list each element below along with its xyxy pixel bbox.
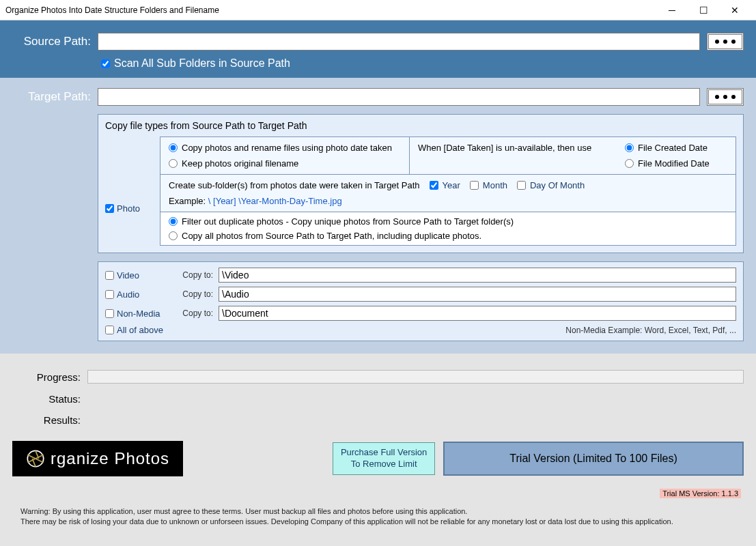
disclaimer-text: Warning: By using this application, user… bbox=[0, 505, 756, 532]
filter-dup-radio[interactable] bbox=[169, 217, 178, 226]
file-created-radio[interactable] bbox=[625, 143, 634, 152]
target-browse-button[interactable] bbox=[707, 88, 744, 106]
status-label: Status: bbox=[12, 393, 81, 405]
maximize-button[interactable]: ☐ bbox=[688, 0, 719, 20]
keep-radio[interactable] bbox=[169, 159, 178, 168]
progress-bar bbox=[87, 370, 744, 384]
keep-label: Keep photos original filename bbox=[182, 158, 298, 169]
scan-subfolders-checkbox[interactable] bbox=[101, 59, 110, 68]
audio-label: Audio bbox=[117, 289, 139, 300]
day-label: Day Of Month bbox=[530, 180, 585, 190]
day-checkbox[interactable] bbox=[517, 181, 526, 190]
window-title: Organize Photos Into Date Structure Fold… bbox=[5, 5, 219, 15]
window-controls: ─ ☐ ✕ bbox=[656, 0, 751, 20]
video-path-input[interactable] bbox=[219, 268, 736, 283]
scan-subfolders-label: Scan All Sub Folders in Source Path bbox=[114, 57, 290, 70]
allabove-checkbox[interactable] bbox=[105, 326, 114, 334]
allabove-label: All of above bbox=[117, 325, 163, 335]
results-label: Results: bbox=[12, 414, 81, 426]
nonmedia-checkbox[interactable] bbox=[105, 309, 114, 318]
close-button[interactable]: ✕ bbox=[719, 0, 751, 20]
aperture-icon bbox=[26, 449, 45, 468]
nonmedia-label: Non-Media bbox=[117, 308, 160, 319]
copy-types-title: Copy file types from Source Path to Targ… bbox=[105, 120, 736, 131]
status-area: Progress: Status: Results: rganize Photo… bbox=[0, 354, 756, 505]
source-browse-button[interactable] bbox=[707, 33, 744, 51]
month-label: Month bbox=[483, 180, 507, 190]
month-checkbox[interactable] bbox=[470, 181, 479, 190]
nonmedia-path-input[interactable] bbox=[219, 306, 736, 321]
video-label: Video bbox=[117, 270, 139, 281]
source-path-label: Source Path: bbox=[12, 35, 91, 48]
year-label: Year bbox=[443, 180, 460, 190]
copy-all-radio[interactable] bbox=[169, 231, 178, 240]
audio-copyto-label: Copy to: bbox=[176, 289, 213, 299]
copy-all-label: Copy all photos from Source Path to Targ… bbox=[182, 231, 481, 241]
trial-button[interactable]: Trial Version (Limited To 100 Files) bbox=[443, 442, 744, 476]
media-types-fieldset: Video Copy to: Audio Copy to: Non-Media … bbox=[98, 261, 744, 341]
minimize-button[interactable]: ─ bbox=[656, 0, 688, 20]
disclaimer-line2: There may be risk of losing your data du… bbox=[20, 517, 736, 527]
example-label: Example: bbox=[169, 196, 206, 206]
nonmedia-example-note: Non-Media Example: Word, Excel, Text, Pd… bbox=[565, 326, 736, 335]
progress-label: Progress: bbox=[12, 371, 81, 383]
source-path-input[interactable] bbox=[98, 33, 700, 51]
nonmedia-copyto-label: Copy to: bbox=[176, 308, 213, 318]
source-panel: Source Path: Scan All Sub Folders in Sou… bbox=[0, 20, 756, 78]
logo-text: rganize Photos bbox=[51, 449, 169, 468]
target-path-label: Target Path: bbox=[12, 90, 91, 104]
copy-types-fieldset: Copy file types from Source Path to Targ… bbox=[98, 114, 744, 253]
titlebar: Organize Photos Into Date Structure Fold… bbox=[0, 0, 756, 20]
audio-path-input[interactable] bbox=[219, 287, 736, 302]
when-unavail-label: When [Date Taken] is un-available, then … bbox=[418, 143, 621, 153]
filter-dup-label: Filter out duplicate photos - Copy uniqu… bbox=[182, 216, 514, 227]
video-checkbox[interactable] bbox=[105, 271, 114, 280]
rename-radio[interactable] bbox=[169, 143, 178, 152]
example-path: \ [Year] \Year-Month-Day-Time.jpg bbox=[208, 196, 342, 206]
file-modified-label: File Modified Date bbox=[638, 158, 710, 169]
app-logo: rganize Photos bbox=[12, 441, 183, 476]
purchase-button[interactable]: Purchase Full Version To Remove Limit bbox=[333, 442, 435, 475]
photo-label: Photo bbox=[117, 203, 140, 214]
file-modified-radio[interactable] bbox=[625, 159, 634, 168]
video-copyto-label: Copy to: bbox=[176, 270, 213, 280]
subfolder-text: Create sub-folder(s) from photos date we… bbox=[169, 180, 420, 190]
rename-label: Copy photos and rename files using photo… bbox=[182, 143, 392, 153]
file-created-label: File Created Date bbox=[638, 143, 708, 153]
target-panel: Target Path: Copy file types from Source… bbox=[0, 78, 756, 354]
audio-checkbox[interactable] bbox=[105, 290, 114, 299]
disclaimer-line1: Warning: By using this application, user… bbox=[20, 506, 736, 517]
target-path-input[interactable] bbox=[98, 88, 700, 106]
photo-checkbox[interactable] bbox=[105, 204, 114, 213]
year-checkbox[interactable] bbox=[430, 181, 438, 190]
version-badge: Trial MS Version: 1.1.3 bbox=[660, 489, 741, 498]
